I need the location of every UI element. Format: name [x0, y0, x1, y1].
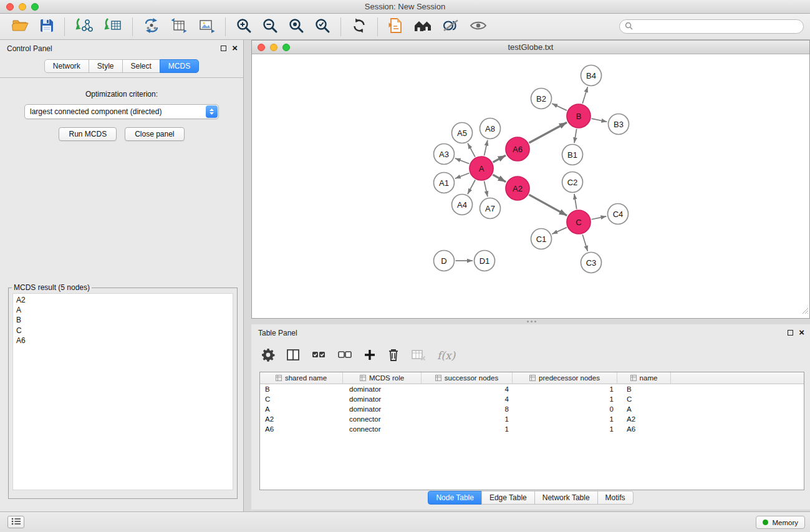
edge-A-A2[interactable]	[493, 175, 506, 181]
edge-A-A1[interactable]	[455, 173, 470, 179]
node-D1[interactable]: D1	[475, 251, 495, 271]
table-row[interactable]: Bdominator41B	[260, 384, 804, 394]
node-C1[interactable]: C1	[531, 229, 552, 249]
edge-A2-C[interactable]	[529, 195, 567, 215]
node-A3[interactable]: A3	[434, 144, 455, 165]
show-details-button[interactable]	[468, 18, 489, 35]
deselect-all-button[interactable]	[337, 349, 352, 362]
search-box[interactable]	[619, 19, 804, 34]
tab-network[interactable]: Network	[44, 59, 89, 73]
tab-style[interactable]: Style	[89, 59, 123, 73]
new-table-button[interactable]	[168, 16, 190, 37]
tab-select[interactable]: Select	[122, 59, 160, 73]
close-mcds-panel-button[interactable]: Close panel	[125, 127, 184, 141]
tab-network-table[interactable]: Network Table	[534, 491, 598, 505]
result-item[interactable]: A	[16, 305, 233, 315]
document-arrow-button[interactable]	[386, 16, 405, 37]
run-mcds-button[interactable]: Run MCDS	[59, 127, 117, 141]
table-row[interactable]: Adominator80A	[260, 404, 804, 414]
node-A1[interactable]: A1	[434, 173, 455, 193]
node-A4[interactable]: A4	[452, 195, 473, 215]
export-image-button[interactable]	[196, 16, 217, 37]
node-A[interactable]: A	[470, 157, 493, 180]
result-item[interactable]: B	[16, 315, 233, 325]
import-table-button[interactable]	[102, 16, 124, 37]
import-network-button[interactable]	[73, 16, 95, 37]
edge-B-B2[interactable]	[552, 104, 567, 110]
delete-column-button[interactable]	[387, 348, 400, 364]
node-C2[interactable]: C2	[562, 172, 583, 193]
delete-table-button[interactable]	[411, 349, 426, 363]
node-C[interactable]: C	[567, 210, 591, 234]
node-C4[interactable]: C4	[608, 204, 629, 225]
close-table-panel-icon[interactable]	[799, 327, 804, 337]
result-item[interactable]: C	[16, 326, 233, 336]
result-item[interactable]: A2	[16, 295, 233, 305]
node-D[interactable]: D	[434, 251, 455, 271]
close-window-button[interactable]	[6, 3, 14, 11]
table-row[interactable]: A2connector11A2	[260, 414, 804, 424]
minimize-network-window-button[interactable]	[270, 44, 277, 51]
tab-edge-table[interactable]: Edge Table	[481, 491, 535, 505]
tab-motifs[interactable]: Motifs	[597, 491, 634, 505]
column-header[interactable]: successor nodes	[422, 372, 513, 384]
refresh-layout-button[interactable]	[349, 16, 369, 37]
node-A8[interactable]: A8	[480, 118, 501, 139]
edge-A-A5[interactable]	[468, 143, 475, 157]
home-button[interactable]	[412, 17, 434, 36]
tab-node-table[interactable]: Node Table	[428, 491, 482, 505]
node-B2[interactable]: B2	[531, 89, 552, 109]
column-header[interactable]: shared name	[260, 372, 343, 384]
node-C3[interactable]: C3	[581, 253, 602, 273]
open-session-button[interactable]	[9, 17, 31, 36]
edge-A-A8[interactable]	[484, 140, 487, 156]
edge-C-C1[interactable]	[552, 228, 567, 235]
table-settings-button[interactable]	[261, 348, 275, 364]
table-row[interactable]: Cdominator41C	[260, 394, 804, 404]
edge-C-C3[interactable]	[582, 235, 587, 251]
edge-A-A3[interactable]	[455, 158, 470, 164]
edge-B-B1[interactable]	[574, 129, 577, 143]
splitter-handle[interactable]	[527, 321, 529, 322]
close-panel-icon[interactable]	[232, 43, 238, 52]
maximize-network-window-button[interactable]	[282, 44, 290, 51]
criterion-dropdown[interactable]: largest connected component (directed)	[24, 104, 219, 119]
node-B[interactable]: B	[567, 104, 591, 128]
float-table-panel-icon[interactable]	[788, 330, 793, 336]
tab-mcds[interactable]: MCDS	[160, 59, 199, 73]
edge-A-A4[interactable]	[468, 180, 475, 195]
edge-A-A6[interactable]	[493, 155, 506, 162]
task-history-button[interactable]	[7, 516, 24, 528]
node-table[interactable]: shared nameMCDS rolesuccessor nodesprede…	[259, 372, 804, 490]
node-A6[interactable]: A6	[506, 137, 529, 161]
close-network-window-button[interactable]	[258, 44, 265, 51]
node-A5[interactable]: A5	[452, 123, 473, 143]
node-B4[interactable]: B4	[581, 65, 602, 86]
result-item[interactable]: A6	[16, 336, 233, 346]
column-header[interactable]: name	[617, 372, 671, 384]
new-network-button[interactable]	[141, 16, 162, 37]
zoom-fit-button[interactable]	[286, 16, 306, 37]
edge-B-B3[interactable]	[592, 118, 607, 122]
node-B3[interactable]: B3	[609, 114, 629, 135]
save-session-button[interactable]	[37, 17, 56, 36]
edge-A-A7[interactable]	[484, 181, 487, 197]
memory-button[interactable]: Memory	[756, 516, 805, 529]
add-column-button[interactable]	[364, 349, 376, 363]
float-panel-icon[interactable]	[221, 46, 226, 51]
edge-C-C4[interactable]	[592, 216, 607, 220]
search-input[interactable]	[636, 22, 798, 31]
node-A2[interactable]: A2	[506, 177, 529, 200]
zoom-in-button[interactable]	[234, 16, 254, 37]
node-A7[interactable]: A7	[480, 198, 501, 219]
hide-details-button[interactable]	[440, 17, 461, 36]
select-all-button[interactable]	[311, 349, 326, 362]
edge-B-B4[interactable]	[582, 87, 587, 104]
network-canvas[interactable]: A5A8A3A1A4A7AA6A2B2B4BB3B1C2C4CC1C3DD1	[252, 54, 809, 317]
edge-A6-B[interactable]	[529, 122, 567, 143]
table-row[interactable]: A6connector11A6	[260, 424, 804, 434]
zoom-out-button[interactable]	[260, 16, 280, 37]
resize-grip-icon[interactable]	[802, 306, 809, 317]
function-builder-button[interactable]: f(x)	[437, 349, 455, 362]
column-header[interactable]: MCDS role	[343, 372, 422, 384]
